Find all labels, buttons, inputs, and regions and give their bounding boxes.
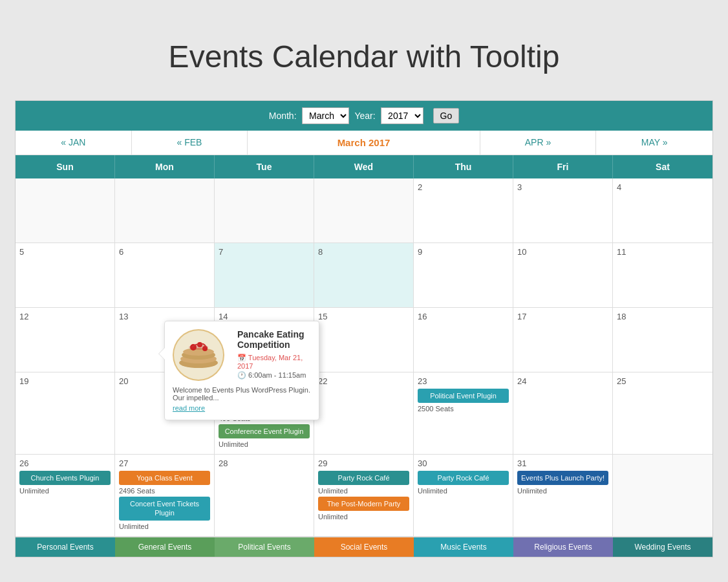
nav-may[interactable]: MAY »	[596, 131, 712, 155]
party-rock-seats-29: Unlimited	[318, 487, 409, 495]
go-button[interactable]: Go	[433, 108, 460, 124]
day-num: 29	[318, 458, 409, 468]
concert-event-button[interactable]: Concert Event Tickets Plugin	[119, 497, 210, 521]
day-cell-2: 2	[414, 178, 513, 243]
day-cell-31: 31 Events Plus Launch Party! Unlimited	[513, 455, 613, 537]
day-num: 30	[418, 458, 509, 468]
legend-general: General Events	[115, 537, 215, 557]
nav-jan[interactable]: « JAN	[16, 131, 132, 155]
nav-apr[interactable]: APR »	[480, 131, 597, 155]
day-num: 26	[19, 458, 111, 468]
conference-event-button[interactable]: Conference Event Plugin	[219, 424, 310, 438]
legend-wedding: Wedding Events	[613, 537, 712, 557]
day-num: 14	[219, 312, 310, 321]
church-event-button[interactable]: Church Events Plugin	[19, 471, 111, 485]
day-num: 4	[617, 182, 709, 192]
day-num: 25	[617, 376, 709, 386]
day-cell-7: 7	[215, 243, 314, 308]
legend-row: Personal Events General Events Political…	[16, 537, 712, 557]
day-num: 10	[517, 247, 608, 257]
day-num: 5	[19, 247, 111, 257]
events-plus-seats: Unlimited	[517, 487, 608, 495]
day-cell-empty	[16, 178, 115, 243]
tooltip-read-more-link[interactable]: read more	[173, 404, 311, 412]
day-cell-empty	[115, 178, 215, 243]
post-modern-party-button[interactable]: The Post-Modern Party	[318, 497, 409, 511]
day-cell-6: 6	[115, 243, 215, 308]
yoga-event-button[interactable]: Yoga Class Event	[119, 471, 210, 485]
day-cell-23: 23 Political Event Plugin 2500 Seats	[414, 372, 513, 455]
day-sun: Sun	[16, 155, 115, 178]
pancake-illustration	[173, 329, 224, 381]
tooltip-title: Pancake Eating Competition	[237, 329, 311, 350]
party-rock-cafe-button-29[interactable]: Party Rock Café	[318, 471, 409, 485]
event-tooltip: Pancake Eating Competition 📅 Tuesday, Ma…	[164, 321, 319, 420]
day-wed: Wed	[314, 155, 414, 178]
day-cell-empty-end	[613, 455, 712, 537]
day-cell-15: 15	[314, 308, 414, 372]
page-title: Events Calendar with Tooltip	[13, 13, 715, 100]
party-rock-cafe-button-30[interactable]: Party Rock Café	[418, 471, 509, 485]
yoga-seats: 2496 Seats	[119, 487, 210, 495]
legend-religious: Religious Events	[513, 537, 613, 557]
day-mon: Mon	[115, 155, 215, 178]
day-num: 23	[418, 376, 509, 386]
tooltip-image	[173, 329, 224, 381]
day-num: 12	[19, 312, 111, 321]
day-cell-19: 19	[16, 372, 115, 455]
day-num: 22	[318, 376, 409, 386]
day-cell-11: 11	[613, 243, 712, 308]
political-event-button[interactable]: Political Event Plugin	[418, 389, 509, 403]
day-cell-27: 27 Yoga Class Event 2496 Seats Concert E…	[115, 455, 215, 537]
legend-personal: Personal Events	[16, 537, 115, 557]
calendar-grid: 2 3 4 5 6 7 8 9 10 11 12	[16, 178, 712, 537]
conference-seats: Unlimited	[219, 440, 310, 448]
day-num: 27	[119, 458, 210, 468]
day-cell-17: 17	[513, 308, 613, 372]
day-cell-24: 24	[513, 372, 613, 455]
calendar: Month: March Year: 2017 Go « JAN « FEB M…	[15, 100, 713, 557]
day-num: 2	[418, 182, 509, 192]
calendar-icon: 📅	[237, 354, 248, 361]
day-cell-12: 12	[16, 308, 115, 372]
day-sat: Sat	[613, 155, 712, 178]
day-num: 18	[617, 312, 709, 321]
day-cell-empty	[215, 178, 314, 243]
nav-feb[interactable]: « FEB	[132, 131, 248, 155]
day-num: 31	[517, 458, 608, 468]
day-num: 6	[119, 247, 210, 257]
legend-political: Political Events	[215, 537, 314, 557]
year-label: Year:	[354, 111, 375, 121]
legend-social: Social Events	[314, 537, 414, 557]
events-plus-launch-button[interactable]: Events Plus Launch Party!	[517, 471, 608, 485]
legend-music: Music Events	[414, 537, 513, 557]
day-num: 28	[219, 458, 310, 468]
month-select[interactable]: March	[302, 107, 349, 124]
day-num: 16	[418, 312, 509, 321]
month-label: Month:	[269, 111, 297, 121]
year-select[interactable]: 2017	[381, 107, 423, 124]
party-rock-seats-30: Unlimited	[418, 487, 509, 495]
day-fri: Fri	[513, 155, 613, 178]
day-num: 17	[517, 312, 608, 321]
clock-icon: 🕐	[237, 371, 248, 379]
tooltip-time: 6:00am - 11:15am	[248, 371, 306, 379]
nav-row: « JAN « FEB March 2017 APR » MAY »	[16, 131, 712, 155]
day-num: 3	[517, 182, 608, 192]
calendar-header: Month: March Year: 2017 Go	[16, 101, 712, 131]
day-num: 8	[318, 247, 409, 257]
day-cell-10: 10	[513, 243, 613, 308]
day-cell-28: 28	[215, 455, 314, 537]
concert-seats: Unlimited	[119, 523, 210, 530]
day-cell-30: 30 Party Rock Café Unlimited	[414, 455, 513, 537]
day-cell-26: 26 Church Events Plugin Unlimited	[16, 455, 115, 537]
day-cell-empty	[314, 178, 414, 243]
day-cell-5: 5	[16, 243, 115, 308]
day-cell-9: 9	[414, 243, 513, 308]
day-num: 24	[517, 376, 608, 386]
day-num: 13	[119, 312, 210, 321]
day-num: 19	[19, 376, 111, 386]
day-thu: Thu	[414, 155, 513, 178]
day-cell-3: 3	[513, 178, 613, 243]
svg-point-8	[189, 345, 208, 350]
